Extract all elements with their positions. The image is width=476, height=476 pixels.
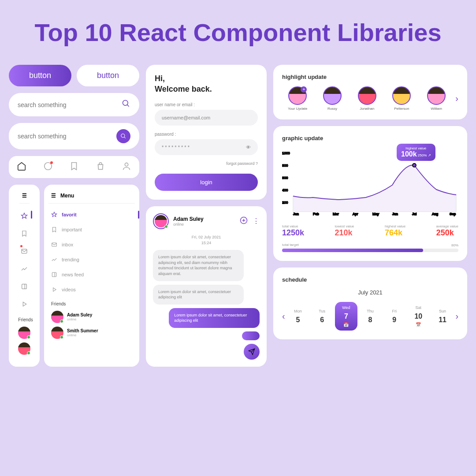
avatar[interactable] — [18, 327, 30, 339]
search-input[interactable] — [18, 101, 122, 108]
login-greeting: Hi, Welcome back. — [155, 74, 258, 94]
page-title: Top 10 React Component Libraries — [9, 18, 467, 47]
calendar-icon: 📅 — [337, 322, 356, 327]
search-icon[interactable] — [116, 129, 130, 143]
login-button[interactable]: login — [155, 174, 258, 191]
chevron-right-icon[interactable]: › — [455, 93, 458, 104]
sidebar-item-important[interactable] — [21, 225, 28, 242]
day-sun[interactable]: Sun11 — [431, 305, 454, 327]
search-input[interactable] — [18, 133, 116, 140]
menu-icon[interactable]: ☰ — [51, 193, 56, 199]
target-progress: total target 80% — [282, 243, 458, 252]
plus-icon: + — [301, 86, 307, 93]
chevron-left-icon[interactable]: ‹ — [282, 311, 285, 321]
message-out: Lorem ipsum dolor sit amet, consectetuer… — [169, 308, 260, 328]
day-thu[interactable]: Thu8 — [359, 305, 382, 327]
sidebar-expanded: ☰Menu favorit important inbox trending n… — [44, 185, 139, 367]
chat-icon[interactable] — [43, 161, 53, 173]
menu-icon[interactable]: ☰ — [22, 193, 27, 199]
sidebar-item-videos[interactable]: videos — [48, 282, 135, 297]
sidebar-item-inbox[interactable]: inbox — [48, 237, 135, 252]
avatar — [51, 311, 63, 323]
svg-text:Feb: Feb — [313, 212, 319, 216]
friends-label: Friends — [18, 317, 33, 322]
password-input[interactable]: * * * * * * * * *👁 — [155, 139, 258, 155]
sidebar-collapsed: ☰ Friends — [9, 185, 40, 367]
day-mon[interactable]: Mon5 — [287, 305, 309, 327]
chevron-right-icon[interactable]: › — [455, 311, 458, 321]
sidebar-item-trending[interactable] — [21, 260, 28, 278]
search-filled[interactable] — [9, 123, 139, 149]
story-item[interactable]: William — [421, 86, 452, 111]
friend-item[interactable]: Adam Suleyonline — [48, 309, 135, 325]
bag-icon[interactable] — [96, 161, 105, 173]
svg-text:Sep: Sep — [450, 212, 456, 216]
avatar[interactable] — [18, 342, 30, 355]
search-outline[interactable] — [9, 93, 139, 116]
svg-text:May: May — [372, 212, 379, 216]
avatar — [51, 327, 63, 339]
forgot-password-link[interactable]: forgot password ? — [155, 161, 258, 166]
svg-text:600: 600 — [282, 176, 288, 180]
sidebar-item-favorit[interactable]: favorit — [48, 207, 135, 222]
secondary-button[interactable]: button — [77, 65, 139, 86]
svg-point-0 — [123, 100, 128, 106]
login-card: Hi, Welcome back. user name or email : u… — [146, 65, 267, 200]
story-item[interactable]: Rossy — [317, 86, 348, 111]
home-icon[interactable] — [17, 161, 26, 173]
message-in: Lorem ipsum dolor sit amet, consectetuer… — [153, 285, 244, 305]
send-button[interactable] — [244, 344, 260, 360]
search-icon[interactable] — [122, 99, 130, 110]
story-item[interactable]: Petterson — [386, 86, 417, 111]
sidebar-item-newsfeed[interactable]: news feed — [48, 267, 135, 282]
day-wed[interactable]: Wed7📅 — [335, 302, 357, 331]
svg-rect-7 — [22, 284, 27, 289]
eye-off-icon[interactable]: 👁 — [246, 145, 251, 150]
sidebar-item-videos[interactable] — [21, 295, 28, 313]
svg-text:Jan: Jan — [293, 212, 299, 216]
add-icon[interactable] — [239, 216, 248, 227]
sidebar-item-inbox[interactable] — [21, 242, 28, 260]
graphic-card: graphic update highest value 100k 250% ↗… — [273, 126, 467, 261]
schedule-title: schedule — [282, 276, 458, 283]
chart-tooltip: highest value 100k 250% ↗ — [397, 144, 435, 161]
sidebar-item-important[interactable]: important — [48, 222, 135, 237]
story-your-update[interactable]: +Your Update — [282, 86, 313, 111]
day-tus[interactable]: Tus6 — [311, 305, 333, 327]
avatar[interactable] — [153, 213, 169, 229]
svg-text:Mar: Mar — [333, 212, 339, 216]
highlight-card: highlight update +Your Update Rossy Jona… — [273, 65, 467, 119]
sidebar-item-newsfeed[interactable] — [21, 278, 28, 295]
chat-name: Adam Suley — [173, 216, 204, 222]
schedule-card: schedule July 2021 ‹ Mon5 Tus6 Wed7📅 Thu… — [273, 268, 467, 339]
stat-total: total value1250k — [282, 224, 304, 238]
nav-icons — [9, 156, 139, 178]
chat-date: Fri, 02 July 202115:24 — [153, 234, 260, 245]
svg-text:Apr: Apr — [353, 212, 358, 216]
day-fri[interactable]: Fri9 — [383, 305, 405, 327]
sidebar-item-favorit[interactable] — [21, 207, 28, 225]
bookmark-icon[interactable] — [69, 161, 79, 173]
menu-label: Menu — [60, 193, 74, 199]
chat-status: online — [173, 222, 204, 227]
stat-lowest: lowest value210k — [335, 224, 354, 238]
svg-text:400: 400 — [282, 188, 288, 192]
stat-highest: highest value764k — [385, 224, 405, 238]
svg-line-3 — [124, 137, 126, 138]
more-icon[interactable]: ⋮ — [253, 217, 260, 225]
calendar-icon: 📅 — [409, 322, 428, 327]
sidebar-item-trending[interactable]: trending — [48, 252, 135, 267]
svg-text:Jun: Jun — [392, 212, 398, 216]
primary-button[interactable]: button — [9, 65, 71, 86]
user-icon[interactable] — [122, 161, 131, 173]
svg-text:1000: 1000 — [282, 151, 290, 155]
password-label: password : — [155, 132, 258, 137]
svg-text:200: 200 — [282, 201, 288, 205]
friend-item[interactable]: Smith Summeronline — [48, 325, 135, 341]
story-item[interactable]: Jonathan — [351, 86, 383, 111]
username-input[interactable]: username@email.com — [155, 110, 258, 126]
svg-text:Aug: Aug — [432, 212, 438, 216]
chat-card: Adam Suleyonline ⋮ Fri, 02 July 202115:2… — [146, 206, 267, 367]
schedule-month: July 2021 — [282, 289, 458, 296]
day-sat[interactable]: Sat10📅 — [407, 302, 430, 331]
